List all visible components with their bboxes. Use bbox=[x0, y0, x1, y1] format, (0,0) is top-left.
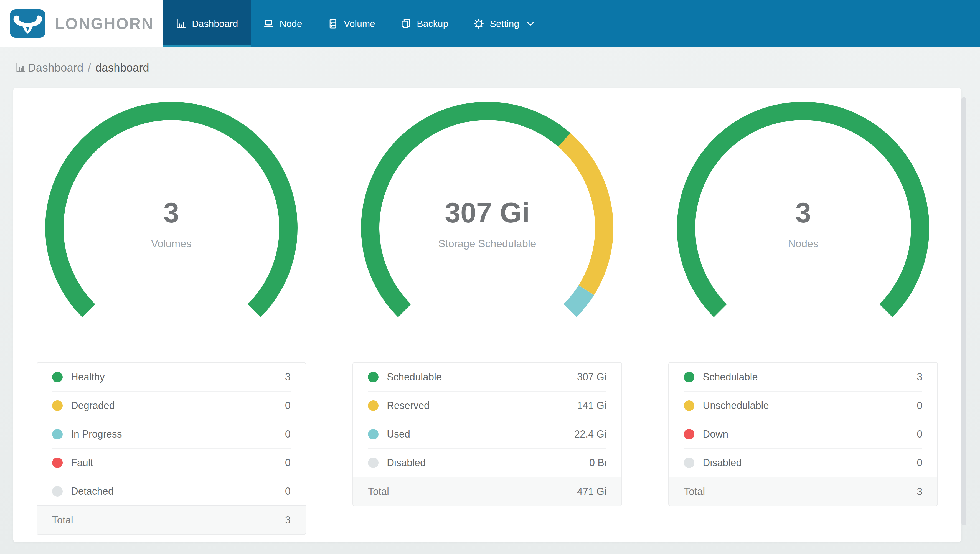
breadcrumb-section[interactable]: Dashboard bbox=[28, 61, 83, 74]
breadcrumb-current-page: dashboard bbox=[95, 61, 149, 74]
legend-value: 0 bbox=[917, 457, 922, 469]
breadcrumb: Dashboard / dashboard bbox=[0, 47, 980, 88]
legend-label: Fault bbox=[71, 457, 93, 469]
legend-total-row: Total3 bbox=[669, 477, 937, 506]
legend-value: 0 bbox=[285, 457, 291, 469]
gear-icon bbox=[474, 19, 484, 29]
legend-label: Disabled bbox=[387, 457, 426, 469]
legend-row: Fault0 bbox=[37, 448, 305, 477]
bar-chart-icon bbox=[16, 63, 25, 73]
brand-title: LONGHORN bbox=[55, 14, 154, 33]
legend-row: Schedulable307 Gi bbox=[353, 363, 622, 391]
legend-label: Disabled bbox=[703, 457, 741, 469]
legend-label: Healthy bbox=[71, 371, 105, 383]
gauge-label: Storage Schedulable bbox=[357, 236, 617, 252]
tab-backup[interactable]: Backup bbox=[388, 0, 461, 47]
total-value: 3 bbox=[285, 514, 291, 526]
total-value: 471 Gi bbox=[577, 486, 606, 497]
legend-row: Disabled0 Bi bbox=[353, 448, 622, 477]
tab-label: Setting bbox=[490, 18, 519, 29]
legend-row: Disabled0 bbox=[669, 448, 937, 477]
volumes-gauge: 3 Volumes bbox=[41, 98, 302, 358]
legend-row: Schedulable3 bbox=[669, 363, 937, 391]
legend-color-dot bbox=[684, 372, 694, 382]
breadcrumb-separator: / bbox=[88, 61, 91, 74]
legend-label: Used bbox=[387, 428, 410, 440]
legend-value: 0 bbox=[917, 428, 922, 440]
legend-color-dot bbox=[52, 372, 63, 382]
legend-row: Detached0 bbox=[37, 477, 305, 505]
nodes-legend-table: Schedulable3Unschedulable0Down0Disabled0… bbox=[668, 362, 938, 506]
tab-node[interactable]: Node bbox=[251, 0, 315, 47]
nodes-column: 3 Nodes Schedulable3Unschedulable0Down0D… bbox=[645, 88, 961, 542]
tab-setting[interactable]: Setting bbox=[461, 0, 547, 47]
gauge-label: Volumes bbox=[41, 236, 302, 252]
legend-color-dot bbox=[684, 400, 694, 411]
legend-value: 0 bbox=[285, 428, 291, 440]
legend-color-dot bbox=[52, 457, 63, 468]
total-label: Total bbox=[52, 514, 73, 526]
legend-value: 3 bbox=[917, 371, 922, 383]
legend-row: Reserved141 Gi bbox=[353, 391, 622, 420]
legend-color-dot bbox=[52, 429, 63, 439]
volumes-column: 3 Volumes Healthy3Degraded0In Progress0F… bbox=[13, 88, 329, 542]
tab-dashboard[interactable]: Dashboard bbox=[163, 0, 251, 47]
legend-label: Schedulable bbox=[387, 371, 442, 383]
legend-color-dot bbox=[368, 429, 379, 439]
legend-value: 0 bbox=[285, 486, 291, 497]
longhorn-dashboard-page: { "brand": { "name": "LONGHORN" }, "nav"… bbox=[0, 0, 980, 554]
legend-row: Down0 bbox=[669, 420, 937, 448]
page-scrollbar-thumb[interactable] bbox=[961, 97, 966, 525]
laptop-icon bbox=[263, 19, 274, 29]
legend-row: Degraded0 bbox=[37, 391, 305, 420]
legend-row: Used22.4 Gi bbox=[353, 420, 622, 448]
total-label: Total bbox=[684, 486, 705, 497]
storage-column: 307 Gi Storage Schedulable Schedulable30… bbox=[329, 88, 645, 542]
legend-label: In Progress bbox=[71, 428, 122, 440]
gauge-segment bbox=[570, 290, 586, 311]
tab-label: Dashboard bbox=[192, 18, 238, 29]
legend-label: Degraded bbox=[71, 400, 115, 411]
legend-row: Unschedulable0 bbox=[669, 391, 937, 420]
legend-total-row: Total471 Gi bbox=[353, 477, 622, 506]
legend-value: 0 bbox=[285, 400, 291, 411]
legend-value: 3 bbox=[285, 371, 291, 383]
gauge-center-text: 307 Gi Storage Schedulable bbox=[357, 196, 617, 252]
chevron-down-icon bbox=[527, 21, 535, 26]
legend-value: 307 Gi bbox=[577, 371, 606, 383]
bar-chart-icon bbox=[176, 19, 186, 29]
storage-legend-table: Schedulable307 GiReserved141 GiUsed22.4 … bbox=[352, 362, 622, 506]
copy-icon bbox=[401, 19, 411, 29]
gauge-value: 3 bbox=[41, 196, 302, 229]
legend-color-dot bbox=[368, 400, 379, 411]
nodes-gauge: 3 Nodes bbox=[673, 98, 934, 358]
legend-value: 0 Bi bbox=[589, 457, 606, 469]
legend-label: Schedulable bbox=[703, 371, 757, 383]
gauge-value: 307 Gi bbox=[357, 196, 617, 229]
database-icon bbox=[328, 19, 338, 29]
volumes-legend-table: Healthy3Degraded0In Progress0Fault0Detac… bbox=[37, 362, 306, 535]
legend-row: Healthy3 bbox=[37, 363, 305, 391]
legend-color-dot bbox=[52, 400, 63, 411]
top-nav-bar: LONGHORN Dashboard Node bbox=[0, 0, 980, 47]
legend-label: Unschedulable bbox=[703, 400, 769, 411]
legend-color-dot bbox=[368, 372, 379, 382]
storage-gauge: 307 Gi Storage Schedulable bbox=[357, 98, 617, 358]
gauge-label: Nodes bbox=[673, 236, 934, 252]
main-nav: Dashboard Node Volume bbox=[163, 0, 547, 47]
legend-color-dot bbox=[684, 457, 694, 468]
legend-label: Down bbox=[703, 428, 728, 440]
longhorn-bull-icon bbox=[10, 10, 46, 38]
legend-color-dot bbox=[368, 457, 379, 468]
legend-value: 0 bbox=[917, 400, 922, 411]
legend-label: Reserved bbox=[387, 400, 430, 411]
gauge-value: 3 bbox=[673, 196, 934, 229]
gauge-center-text: 3 Volumes bbox=[41, 196, 302, 252]
tab-volume[interactable]: Volume bbox=[315, 0, 388, 47]
brand-logo-block[interactable]: LONGHORN bbox=[0, 0, 163, 47]
legend-color-dot bbox=[684, 429, 694, 439]
legend-row: In Progress0 bbox=[37, 420, 305, 448]
tab-label: Backup bbox=[417, 18, 448, 29]
gauge-center-text: 3 Nodes bbox=[673, 196, 934, 252]
legend-value: 22.4 Gi bbox=[574, 428, 606, 440]
